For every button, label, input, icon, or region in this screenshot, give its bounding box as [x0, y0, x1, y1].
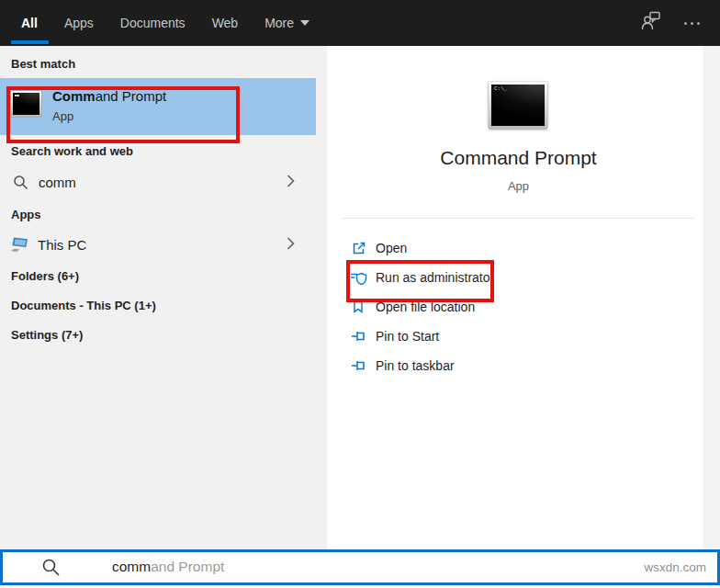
- search-icon: [13, 175, 28, 190]
- tab-more-label: More: [264, 16, 294, 30]
- preview-app-title: Command Prompt: [342, 147, 695, 169]
- pin-icon: [349, 358, 367, 373]
- chevron-down-icon: [300, 20, 309, 26]
- action-pin-to-taskbar[interactable]: Pin to taskbar: [342, 351, 695, 380]
- background-strip: [703, 46, 720, 551]
- search-query-text: command Prompt: [112, 559, 224, 575]
- divider: [342, 218, 695, 219]
- command-prompt-icon-large: C:\_: [489, 82, 547, 129]
- best-match-title: Command Prompt: [52, 87, 166, 106]
- watermark: wsxdn.com: [644, 560, 706, 574]
- group-header-documents[interactable]: Documents - This PC (1+): [11, 299, 156, 313]
- feedback-icon[interactable]: [640, 10, 662, 36]
- apps-header: Apps: [11, 208, 41, 222]
- best-match-result[interactable]: Command Prompt App: [0, 78, 316, 135]
- group-header-settings[interactable]: Settings (7+): [11, 328, 83, 343]
- preview-app-type: App: [342, 179, 695, 193]
- tab-documents[interactable]: Documents: [120, 16, 186, 30]
- tab-all[interactable]: All: [21, 16, 38, 30]
- this-pc-icon: [10, 236, 29, 254]
- more-options-icon[interactable]: [684, 22, 700, 25]
- windows-search-flyout: All Apps Documents Web More Best: [0, 0, 720, 588]
- results-panel: Best match Command Prompt App Search wor…: [0, 46, 327, 551]
- best-match-header: Best match: [11, 57, 75, 72]
- action-open[interactable]: Open: [342, 233, 695, 263]
- pin-icon: [349, 329, 367, 344]
- filter-tabs: All Apps Documents Web More: [0, 0, 309, 46]
- chevron-right-icon: [287, 236, 295, 254]
- group-header-folders[interactable]: Folders (6+): [11, 269, 79, 284]
- search-filter-bar: All Apps Documents Web More: [0, 0, 720, 46]
- action-open-file-location-label: Open file location: [376, 300, 475, 314]
- active-tab-underline: [11, 40, 49, 44]
- tab-apps[interactable]: Apps: [64, 16, 94, 30]
- action-pin-to-start[interactable]: Pin to Start: [342, 322, 695, 351]
- action-open-label: Open: [376, 241, 407, 255]
- preview-panel: C:\_ Command Prompt App Open: [327, 46, 703, 551]
- action-open-file-location[interactable]: Open file location: [342, 292, 695, 322]
- tab-web[interactable]: Web: [212, 16, 239, 30]
- best-match-type: App: [52, 108, 166, 125]
- action-pin-to-start-label: Pin to Start: [376, 329, 439, 344]
- file-location-icon: [349, 300, 367, 314]
- action-run-as-admin[interactable]: Run as administrator: [342, 263, 695, 292]
- this-pc-label: This PC: [38, 237, 86, 253]
- open-icon: [349, 241, 367, 256]
- search-input[interactable]: command Prompt wsxdn.com: [0, 549, 720, 585]
- command-prompt-icon: [11, 91, 41, 117]
- action-run-as-admin-label: Run as administrator: [376, 270, 494, 285]
- action-pin-to-taskbar-label: Pin to taskbar: [376, 358, 455, 373]
- search-icon: [41, 558, 61, 581]
- tab-more[interactable]: More: [264, 16, 309, 30]
- chevron-right-icon: [287, 174, 295, 191]
- admin-shield-icon: [349, 270, 367, 286]
- web-suggestion-row[interactable]: comm: [0, 167, 316, 198]
- web-suggestion-label: comm: [39, 175, 76, 190]
- search-web-header: Search work and web: [11, 144, 133, 159]
- cmd-prompt-glyph: C:\_: [494, 86, 507, 92]
- this-pc-row[interactable]: This PC: [0, 230, 316, 260]
